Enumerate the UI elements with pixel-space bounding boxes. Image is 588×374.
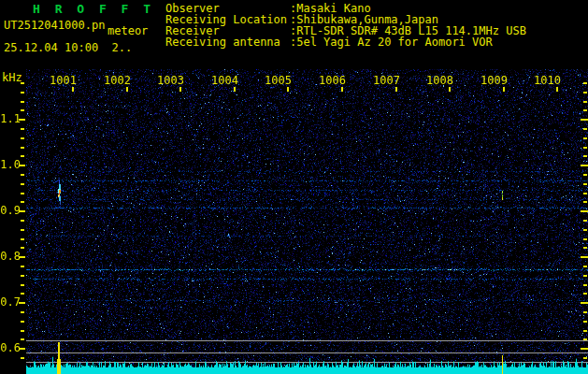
freq-minor-tick-right bbox=[583, 284, 587, 286]
freq-minor-tick bbox=[21, 201, 24, 203]
freq-major-tick-right bbox=[581, 302, 588, 304]
freq-major-tick-right bbox=[581, 348, 588, 350]
freq-minor-tick bbox=[21, 275, 24, 277]
freq-minor-tick bbox=[21, 311, 24, 313]
time-tick bbox=[341, 87, 343, 92]
freq-minor-tick-right bbox=[583, 321, 587, 323]
freq-minor-tick bbox=[21, 338, 24, 340]
freq-minor-tick bbox=[21, 193, 24, 194]
freq-minor-tick-right bbox=[583, 82, 587, 84]
freq-minor-tick-right bbox=[583, 92, 587, 94]
time-tick bbox=[179, 87, 181, 92]
time-tick-label: 1004 bbox=[207, 75, 238, 87]
app-title: H R O F F T bbox=[33, 3, 154, 15]
freq-minor-tick bbox=[21, 155, 24, 157]
freq-minor-tick bbox=[21, 229, 24, 231]
time-tick bbox=[449, 87, 451, 92]
freq-minor-tick bbox=[21, 82, 24, 84]
freq-minor-tick-right bbox=[583, 338, 587, 340]
time-tick-label: 1005 bbox=[260, 75, 292, 87]
time-tick-label: 1007 bbox=[368, 75, 400, 87]
freq-tick-label: 0.7 bbox=[0, 296, 21, 309]
freq-minor-tick-right bbox=[583, 330, 587, 332]
freq-minor-tick-right bbox=[583, 229, 587, 231]
time-tick-label: 1002 bbox=[99, 75, 131, 87]
freq-minor-tick bbox=[21, 183, 24, 185]
freq-tick-label: 0.9 bbox=[0, 205, 21, 217]
freq-minor-tick-right bbox=[583, 101, 587, 103]
freq-minor-tick-right bbox=[583, 174, 587, 176]
time-tick bbox=[395, 87, 397, 92]
time-tick-label: 1006 bbox=[314, 75, 346, 87]
freq-minor-tick bbox=[21, 247, 24, 249]
freq-major-tick-right bbox=[581, 119, 588, 121]
freq-minor-tick-right bbox=[583, 201, 587, 203]
time-tick-label: 1010 bbox=[529, 75, 561, 87]
freq-unit-label: kHz bbox=[2, 72, 22, 83]
freq-minor-tick bbox=[21, 147, 24, 149]
freq-minor-tick bbox=[21, 174, 24, 176]
freq-minor-tick bbox=[21, 92, 24, 94]
freq-minor-tick-right bbox=[583, 128, 587, 130]
freq-minor-tick bbox=[21, 293, 24, 295]
freq-minor-tick bbox=[21, 101, 24, 103]
freq-minor-tick-right bbox=[583, 357, 587, 359]
freq-tick-label: 1.0 bbox=[0, 159, 21, 171]
field-value-antenna: :5el Yagi Az 20 for Aomori VOR bbox=[290, 36, 493, 48]
time-tick bbox=[234, 87, 236, 92]
freq-minor-tick-right bbox=[583, 147, 587, 149]
freq-minor-tick bbox=[21, 128, 24, 130]
time-tick-label: 1008 bbox=[422, 75, 453, 87]
freq-minor-tick bbox=[21, 321, 24, 323]
freq-minor-tick-right bbox=[583, 109, 587, 111]
time-tick bbox=[72, 87, 74, 92]
time-tick-label: 1001 bbox=[45, 75, 77, 87]
spectrogram-canvas bbox=[26, 69, 588, 374]
freq-minor-tick-right bbox=[583, 193, 587, 194]
freq-tick-label: 0.6 bbox=[0, 342, 21, 354]
time-tick bbox=[126, 87, 128, 92]
freq-minor-tick bbox=[21, 238, 24, 240]
freq-minor-tick-right bbox=[583, 238, 587, 240]
filename: UT2512041000.pn bbox=[4, 20, 105, 31]
hrofft-image: H R O F F T UT2512041000.pn meteor 25.12… bbox=[0, 0, 588, 374]
field-label-antenna: Receiving antenna bbox=[165, 36, 280, 48]
freq-minor-tick bbox=[21, 109, 24, 111]
freq-minor-tick-right bbox=[583, 311, 587, 313]
freq-minor-tick-right bbox=[583, 247, 587, 249]
freq-major-tick-right bbox=[581, 256, 588, 258]
time-tick bbox=[287, 87, 289, 92]
freq-tick-label: 1.1 bbox=[0, 113, 21, 125]
time-tick-label: 1003 bbox=[152, 75, 184, 87]
freq-major-tick-right bbox=[581, 210, 588, 212]
time-tick-label: 1009 bbox=[476, 75, 508, 87]
freq-minor-tick bbox=[21, 266, 24, 267]
freq-minor-tick bbox=[21, 220, 24, 222]
time-tick bbox=[503, 87, 505, 92]
freq-tick-label: 0.8 bbox=[0, 251, 21, 263]
freq-minor-tick-right bbox=[583, 155, 587, 157]
freq-minor-tick-right bbox=[583, 275, 587, 277]
freq-minor-tick-right bbox=[583, 183, 587, 185]
time-tick bbox=[556, 87, 558, 92]
freq-minor-tick bbox=[21, 357, 24, 359]
freq-minor-tick bbox=[21, 284, 24, 286]
datetime: 25.12.04 10:00 2.. bbox=[4, 42, 132, 53]
freq-major-tick-right bbox=[581, 165, 588, 166]
observation-label: meteor bbox=[108, 25, 148, 36]
freq-minor-tick-right bbox=[583, 266, 587, 267]
freq-minor-tick bbox=[21, 330, 24, 332]
freq-minor-tick-right bbox=[583, 293, 587, 295]
freq-minor-tick-right bbox=[583, 220, 587, 222]
freq-minor-tick-right bbox=[583, 137, 587, 139]
freq-minor-tick bbox=[21, 137, 24, 139]
